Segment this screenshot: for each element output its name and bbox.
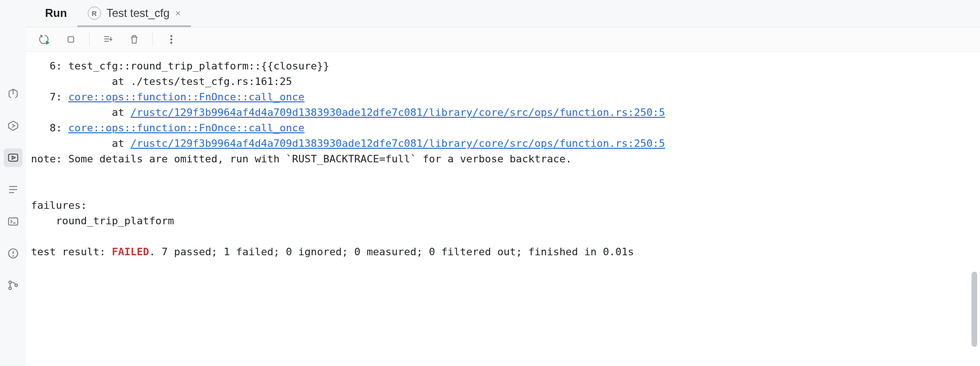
scrollbar-thumb[interactable] xyxy=(972,272,977,347)
close-icon[interactable]: × xyxy=(175,8,181,19)
console-output[interactable]: 6: test_cfg::round_trip_platform::{{clos… xyxy=(26,52,980,366)
tab-underline xyxy=(77,25,191,27)
run-icon[interactable] xyxy=(4,148,23,167)
run-toolbar xyxy=(26,27,980,52)
toolbar-separator-2 xyxy=(153,32,153,46)
svg-point-12 xyxy=(8,287,11,290)
terminal-icon[interactable] xyxy=(4,212,23,231)
source-link[interactable]: core::ops::function::FnOnce::call_once xyxy=(68,122,304,134)
toolbar-separator xyxy=(89,32,90,46)
problems-icon[interactable] xyxy=(4,244,23,263)
scrollbar[interactable] xyxy=(971,52,978,366)
source-link[interactable]: /rustc/129f3b9964af4d4a709d1383930ade12d… xyxy=(130,137,665,149)
svg-rect-6 xyxy=(8,218,18,225)
svg-point-19 xyxy=(171,35,172,37)
clear-all-button[interactable] xyxy=(126,31,142,47)
tab-run-label: Run xyxy=(45,7,67,20)
git-icon[interactable] xyxy=(4,276,23,295)
source-link[interactable]: core::ops::function::FnOnce::call_once xyxy=(68,91,304,103)
svg-point-13 xyxy=(15,284,17,286)
tab-run-config-label: Test test_cfg xyxy=(107,7,170,20)
left-tool-strip xyxy=(0,0,26,366)
tab-run[interactable]: Run xyxy=(35,0,77,27)
rust-icon: R xyxy=(88,7,101,20)
svg-point-10 xyxy=(13,256,13,256)
svg-marker-14 xyxy=(46,41,49,44)
rerun-button[interactable] xyxy=(37,31,53,47)
svg-point-21 xyxy=(171,42,172,43)
tool-window-tabs: Run R Test test_cfg × xyxy=(26,0,980,27)
services-icon[interactable] xyxy=(4,116,23,135)
svg-rect-1 xyxy=(8,154,18,161)
tab-run-config[interactable]: R Test test_cfg × xyxy=(77,0,191,27)
stop-button[interactable] xyxy=(63,31,79,47)
svg-point-11 xyxy=(8,281,11,283)
source-link[interactable]: /rustc/129f3b9964af4d4a709d1383930ade12d… xyxy=(130,107,665,118)
scroll-to-end-button[interactable] xyxy=(100,31,116,47)
build-icon[interactable] xyxy=(4,84,23,103)
todo-icon[interactable] xyxy=(4,180,23,199)
svg-point-20 xyxy=(171,38,172,40)
more-button[interactable] xyxy=(163,31,179,47)
svg-marker-0 xyxy=(8,121,18,130)
svg-marker-2 xyxy=(12,156,15,160)
svg-rect-15 xyxy=(68,37,74,42)
